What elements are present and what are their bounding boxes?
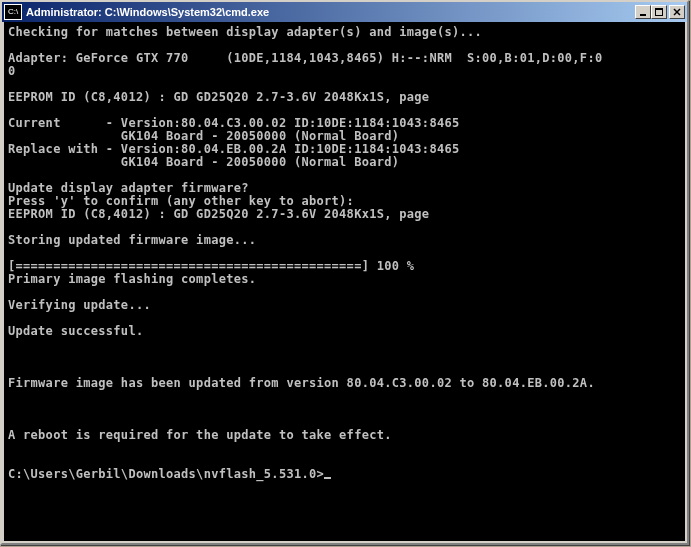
console-line	[8, 390, 681, 403]
window-controls	[635, 5, 685, 19]
console-output[interactable]: Checking for matches between display ada…	[4, 22, 685, 541]
console-line: GK104 Board - 20050000 (Normal Board)	[8, 156, 681, 169]
console-line	[8, 338, 681, 351]
titlebar[interactable]: C:\ Administrator: C:\Windows\System32\c…	[2, 2, 687, 22]
close-icon	[673, 8, 681, 16]
maximize-button[interactable]	[651, 5, 667, 19]
cmd-window: C:\ Administrator: C:\Windows\System32\c…	[0, 0, 689, 545]
console-line: EEPROM ID (C8,4012) : GD GD25Q20 2.7-3.6…	[8, 91, 681, 104]
svg-rect-0	[640, 14, 646, 16]
console-line: Update successful.	[8, 325, 681, 338]
window-title: Administrator: C:\Windows\System32\cmd.e…	[26, 6, 635, 18]
console-line: EEPROM ID (C8,4012) : GD GD25Q20 2.7-3.6…	[8, 208, 681, 221]
svg-rect-2	[655, 8, 663, 10]
console-line: Adapter: GeForce GTX 770 (10DE,1184,1043…	[8, 52, 681, 65]
console-line: Verifying update...	[8, 299, 681, 312]
console-line: C:\Users\Gerbil\Downloads\nvflash_5.531.…	[8, 468, 681, 481]
console-line: Primary image flashing completes.	[8, 273, 681, 286]
console-line	[8, 442, 681, 455]
console-line: Checking for matches between display ada…	[8, 26, 681, 39]
console-line: 0	[8, 65, 681, 78]
minimize-icon	[639, 8, 647, 16]
maximize-icon	[655, 8, 663, 16]
console-line: A reboot is required for the update to t…	[8, 429, 681, 442]
minimize-button[interactable]	[635, 5, 651, 19]
console-line	[8, 403, 681, 416]
console-line: Storing updated firmware image...	[8, 234, 681, 247]
cmd-icon-label: C:\	[8, 8, 18, 16]
close-button[interactable]	[669, 5, 685, 19]
console-line	[8, 351, 681, 364]
cmd-icon: C:\	[4, 4, 22, 20]
console-line: Firmware image has been updated from ver…	[8, 377, 681, 390]
cursor	[324, 477, 331, 479]
